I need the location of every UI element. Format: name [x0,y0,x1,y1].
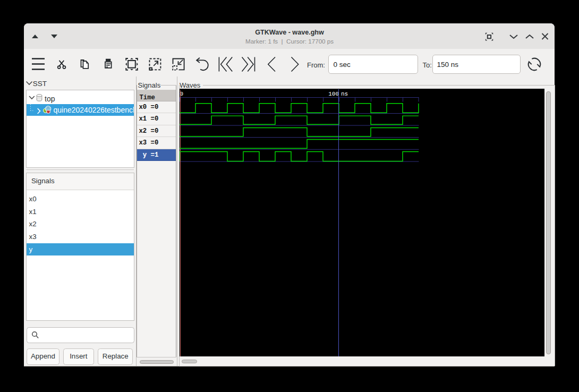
svg-text:100: 100 [328,91,339,97]
svg-text:ns: ns [341,91,348,97]
